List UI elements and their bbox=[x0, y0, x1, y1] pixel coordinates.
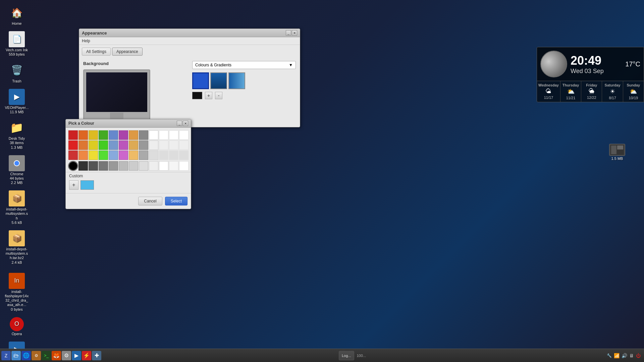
appearance-titlebar: Appearance _ ✕ bbox=[79, 29, 300, 37]
color-yellow3[interactable] bbox=[89, 150, 98, 160]
remove-color-button[interactable]: - bbox=[215, 92, 222, 99]
color-midgray1[interactable] bbox=[99, 161, 108, 171]
color-purple2[interactable] bbox=[119, 140, 128, 150]
color-red3[interactable] bbox=[68, 150, 78, 160]
color-empty8[interactable] bbox=[169, 150, 178, 160]
minimize-button[interactable]: _ bbox=[286, 30, 291, 36]
add-color-button[interactable]: + bbox=[205, 92, 212, 99]
taskbar-icon-appearance[interactable]: ⚙ bbox=[32, 351, 41, 360]
color-lightgray3[interactable] bbox=[139, 161, 148, 171]
color-orange3[interactable] bbox=[78, 150, 88, 160]
color-darkgray2[interactable] bbox=[89, 161, 98, 171]
color-purple3[interactable] bbox=[119, 150, 128, 160]
color-white1[interactable] bbox=[149, 130, 158, 140]
color-offwhite2[interactable] bbox=[179, 161, 189, 171]
color-white3[interactable] bbox=[149, 150, 158, 160]
color-empty2[interactable] bbox=[169, 130, 178, 140]
taskbar-center: Log... 100... bbox=[103, 351, 603, 360]
color-red2[interactable] bbox=[68, 140, 78, 150]
color-empty9[interactable] bbox=[179, 150, 189, 160]
color-tan-dark[interactable] bbox=[129, 130, 138, 140]
color-empty7[interactable] bbox=[159, 150, 168, 160]
taskbar-icon-zim[interactable]: Z bbox=[1, 351, 11, 360]
select-button[interactable]: Select bbox=[165, 197, 187, 205]
colors-dropdown[interactable]: Colours & Gradients ▼ bbox=[192, 61, 296, 69]
color-yellow-dark[interactable] bbox=[89, 130, 98, 140]
color-lightgray2[interactable] bbox=[129, 161, 138, 171]
home-label: Home bbox=[12, 21, 21, 26]
custom-add-button[interactable]: + bbox=[69, 180, 78, 190]
color-tan2[interactable] bbox=[129, 140, 138, 150]
color-white4[interactable] bbox=[159, 161, 168, 171]
swatch-gradient1[interactable] bbox=[210, 72, 227, 89]
tab-appearance[interactable]: Appearance bbox=[112, 48, 143, 56]
taskbar-icon-firefox[interactable]: 🦊 bbox=[52, 351, 61, 360]
tray-icon-display[interactable]: 🖥 bbox=[629, 353, 634, 358]
color-yellow2[interactable] bbox=[89, 140, 98, 150]
color-empty6[interactable] bbox=[179, 140, 189, 150]
tab-all-settings[interactable]: All Settings bbox=[82, 48, 111, 56]
swatch-gradient2[interactable] bbox=[228, 72, 245, 89]
color-orange2[interactable] bbox=[78, 140, 88, 150]
color-blue-dark[interactable] bbox=[109, 130, 118, 140]
tray-icon-tools[interactable]: 🔧 bbox=[607, 353, 612, 358]
swatch-blue[interactable] bbox=[192, 72, 209, 89]
color-dialog-close[interactable]: ✕ bbox=[183, 121, 188, 126]
color-purple-dark[interactable] bbox=[119, 130, 128, 140]
color-gray2[interactable] bbox=[139, 140, 148, 150]
desktop-icon-install-depot[interactable]: 📦 install-depot-multisystem.sh5.6 kB bbox=[3, 189, 30, 226]
taskbar-icon-extra[interactable]: ✚ bbox=[92, 351, 101, 360]
help-menu[interactable]: Help bbox=[82, 39, 90, 43]
color-green2[interactable] bbox=[99, 140, 108, 150]
color-gray1[interactable] bbox=[139, 130, 148, 140]
color-black-selected[interactable] bbox=[68, 161, 78, 171]
cancel-button[interactable]: Cancel bbox=[138, 197, 162, 205]
taskbar-icon-term[interactable]: >_ bbox=[42, 351, 51, 360]
appearance-body: Background Colours & Gradients ▼ bbox=[82, 60, 297, 124]
close-button[interactable]: ✕ bbox=[292, 30, 297, 36]
forecast-day-thu: Thursday ⛅ 11/21 bbox=[560, 81, 581, 102]
tray-icon-power[interactable]: ⏻ bbox=[636, 353, 641, 358]
background-left: Background bbox=[83, 61, 187, 123]
desktop-icon-flashplayer[interactable]: In install-flashplayer14x32_chrd_dra_asa… bbox=[3, 272, 30, 313]
desktop-icon-desk-tidy[interactable]: 📁 Desk Tidy38 items1.3 MB bbox=[3, 118, 30, 151]
color-empty5[interactable] bbox=[169, 140, 178, 150]
color-darkgray1[interactable] bbox=[78, 161, 88, 171]
forecast-day-fri: Friday 🌦 12/22 bbox=[581, 81, 602, 102]
color-dialog-minimize[interactable]: _ bbox=[177, 121, 182, 126]
desktop-icon-opera[interactable]: O Opera bbox=[3, 316, 30, 338]
color-lightgray1[interactable] bbox=[119, 161, 128, 171]
tray-icon-network[interactable]: 📶 bbox=[614, 353, 620, 358]
desktop-icon-trash[interactable]: 🗑️ Trash bbox=[3, 61, 30, 85]
color-orange-dark[interactable] bbox=[78, 130, 88, 140]
desktop-icon-vech-ink[interactable]: 📄 Vech.com Ink559 bytes bbox=[3, 30, 30, 58]
palette-row-1 bbox=[68, 130, 188, 140]
tray-icon-volume[interactable]: 🔊 bbox=[622, 353, 627, 358]
color-empty4[interactable] bbox=[159, 140, 168, 150]
color-gray3[interactable] bbox=[139, 150, 148, 160]
taskbar-icon-flash[interactable]: ⚡ bbox=[82, 351, 91, 360]
taskbar-icon-settings[interactable]: ⚙ bbox=[62, 351, 71, 360]
color-green3[interactable] bbox=[99, 150, 108, 160]
taskbar-icon-files[interactable]: 🗁 bbox=[11, 351, 21, 360]
color-preview-small[interactable] bbox=[192, 92, 202, 99]
color-tan3[interactable] bbox=[129, 150, 138, 160]
color-blue3[interactable] bbox=[109, 150, 118, 160]
color-white2[interactable] bbox=[149, 140, 158, 150]
color-offwhite1[interactable] bbox=[169, 161, 178, 171]
color-lightgray4[interactable] bbox=[149, 161, 158, 171]
color-empty1[interactable] bbox=[159, 130, 168, 140]
desktop-icon-install-depot2[interactable]: 📦 install-depot-multisystem.sh.tar.bz22.… bbox=[3, 229, 30, 266]
color-midgray2[interactable] bbox=[109, 161, 118, 171]
desktop-icon-veoh-player[interactable]: ▶ VEOHPlayer...11.9 MB bbox=[3, 87, 30, 116]
taskbar-icon-media[interactable]: ▶ bbox=[72, 351, 81, 360]
desktop-icon-chrome[interactable]: Chrome44 bytes2.2 MB bbox=[3, 154, 30, 187]
color-red-dark[interactable] bbox=[68, 130, 78, 140]
taskbar-icon-browser[interactable]: 🌐 bbox=[21, 351, 31, 360]
taskbar-app-log[interactable]: Log... bbox=[339, 351, 354, 360]
color-green-dark[interactable] bbox=[99, 130, 108, 140]
desktop-icon-home[interactable]: 🏠 Home bbox=[3, 3, 30, 27]
desktop-icon-right-app[interactable]: 1.5 MB bbox=[604, 142, 631, 162]
color-empty3[interactable] bbox=[179, 130, 189, 140]
color-blue2[interactable] bbox=[109, 140, 118, 150]
